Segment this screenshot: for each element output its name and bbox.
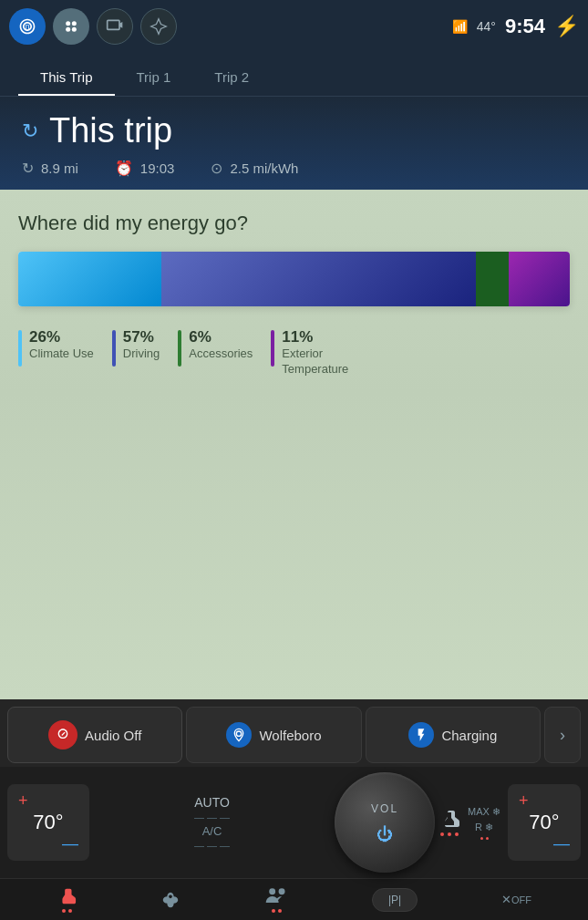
seat-heat-left-icon[interactable] xyxy=(57,887,77,913)
hvac-mode-auto: AUTO xyxy=(194,795,230,810)
time-display: 9:54 xyxy=(505,15,545,38)
svg-point-6 xyxy=(237,731,242,736)
audio-icon xyxy=(48,720,77,749)
bar-climate xyxy=(18,252,161,306)
hvac-dots: — — — xyxy=(194,811,230,822)
seat-heat-dot-1 xyxy=(440,832,444,836)
audio-off-label: Audio Off xyxy=(85,728,141,743)
legend-climate-pct: 26% xyxy=(29,328,94,346)
svg-rect-5 xyxy=(108,20,119,29)
bar-exterior xyxy=(509,252,570,306)
stat-distance: ↻ 8.9 mi xyxy=(22,160,78,177)
volume-knob[interactable]: VOL ⏻ xyxy=(335,772,435,873)
charging-label: Charging xyxy=(441,728,497,743)
legend-accessories: 6% Accessories xyxy=(178,328,253,377)
p-button-label: |P| xyxy=(388,894,401,906)
tab-trip-2[interactable]: Trip 2 xyxy=(192,60,271,96)
trip-tab-bar: This Trip Trip 1 Trip 2 xyxy=(0,53,588,97)
time-value: 19:03 xyxy=(140,160,175,176)
passengers-icon[interactable] xyxy=(264,886,288,913)
hvac-right-plus[interactable]: + xyxy=(519,791,529,811)
energy-section: Where did my energy go? 26% Climate Use … xyxy=(0,190,588,699)
hvac-left-minus[interactable]: — xyxy=(62,834,78,853)
distance-icon: ↻ xyxy=(22,160,34,177)
max-rear-icons: MAX ❄ R ❄ xyxy=(468,806,500,840)
hvac-left-temp: 70° xyxy=(33,811,63,834)
wolfeboro-label: Wolfeboro xyxy=(259,728,321,743)
trip-title: This trip xyxy=(49,111,172,150)
max-defrost-label: MAX ❄ xyxy=(468,806,500,818)
efficiency-value: 2.5 mi/kWh xyxy=(230,160,298,176)
legend-exterior-color xyxy=(271,330,274,367)
energy-legend: 26% Climate Use 57% Driving 6% Accessori… xyxy=(18,328,570,377)
stat-time: ⏰ 19:03 xyxy=(115,160,175,177)
defrost-dot-2 xyxy=(486,837,489,840)
hvac-right-controls: MAX ❄ R ❄ + 70° — xyxy=(438,784,581,861)
hvac-right-temp: 70° xyxy=(529,811,559,834)
control-buttons-row: Audio Off Wolfeboro Charging › xyxy=(0,699,588,767)
hvac-left-plus[interactable]: + xyxy=(18,791,28,811)
legend-driving-color xyxy=(112,330,116,367)
legend-exterior-label: ExteriorTemperature xyxy=(282,346,348,377)
hvac-center-controls: AUTO — — — A/C — — — xyxy=(93,795,331,851)
chevron-right-icon: › xyxy=(560,726,565,745)
seat-heat-icon[interactable] xyxy=(438,809,460,836)
nav-icons: n xyxy=(9,8,177,45)
vol-power-icon: ⏻ xyxy=(377,825,393,844)
distance-value: 8.9 mi xyxy=(41,160,78,176)
svg-point-7 xyxy=(269,888,275,894)
charging-bolt-icon: ⚡ xyxy=(554,15,579,38)
legend-driving-label: Driving xyxy=(123,346,160,362)
compass-nav-icon[interactable] xyxy=(140,8,177,45)
p-button[interactable]: |P| xyxy=(372,888,418,912)
temperature-display: 44° xyxy=(477,19,496,34)
energy-bar xyxy=(18,252,570,306)
fan-icon[interactable] xyxy=(160,890,181,910)
power-off-icon[interactable]: ✕OFF xyxy=(501,893,531,906)
defrost-dot-1 xyxy=(480,837,483,840)
hvac-row: + 70° — AUTO — — — A/C — — — VOL ⏻ xyxy=(0,767,588,878)
legend-driving-pct: 57% xyxy=(123,328,160,346)
hvac-right-minus[interactable]: — xyxy=(553,834,570,853)
status-bar: n 📶 44° 9:54 ⚡ xyxy=(0,0,588,53)
stat-efficiency: ⊙ 2.5 mi/kWh xyxy=(211,160,298,177)
svg-point-8 xyxy=(279,888,285,894)
status-info: 📶 44° 9:54 ⚡ xyxy=(452,15,579,38)
efficiency-icon: ⊙ xyxy=(211,160,222,177)
energy-title: Where did my energy go? xyxy=(18,212,570,235)
more-button[interactable]: › xyxy=(544,707,581,763)
bar-accessories xyxy=(476,252,509,306)
time-icon: ⏰ xyxy=(115,160,133,177)
svg-point-1 xyxy=(66,21,70,26)
audio-off-button[interactable]: Audio Off xyxy=(7,707,182,763)
trip-header: ↻ This trip ↻ 8.9 mi ⏰ 19:03 ⊙ 2.5 mi/kW… xyxy=(0,97,588,190)
legend-climate-color xyxy=(18,330,22,367)
menu-nav-icon[interactable] xyxy=(53,8,89,45)
legend-exterior: 11% ExteriorTemperature xyxy=(271,328,348,377)
tab-this-trip[interactable]: This Trip xyxy=(18,60,115,96)
bottom-icons-row: |P| ✕OFF xyxy=(0,878,588,920)
charging-button[interactable]: Charging xyxy=(366,707,541,763)
legend-exterior-pct: 11% xyxy=(282,328,348,346)
hvac-left-zone: + 70° — xyxy=(7,784,89,861)
legend-driving: 57% Driving xyxy=(112,328,160,377)
tab-trip-1[interactable]: Trip 1 xyxy=(115,60,193,96)
wolfeboro-button[interactable]: Wolfeboro xyxy=(186,707,361,763)
legend-climate: 26% Climate Use xyxy=(18,328,94,377)
hvac-dots-2: — — — xyxy=(194,840,230,851)
svg-point-3 xyxy=(66,27,70,32)
wolfeboro-icon xyxy=(226,722,252,748)
legend-accessories-label: Accessories xyxy=(189,346,253,362)
svg-point-2 xyxy=(72,21,77,26)
home-nav-icon[interactable]: n xyxy=(9,8,46,45)
media-nav-icon[interactable] xyxy=(97,8,133,45)
trip-refresh-icon: ↻ xyxy=(22,119,38,143)
legend-accessories-color xyxy=(178,330,181,367)
legend-accessories-pct: 6% xyxy=(189,328,253,346)
rear-defrost-label: R ❄ xyxy=(475,822,493,833)
hvac-right-zone: + 70° — xyxy=(508,784,581,861)
power-off-label: ✕OFF xyxy=(501,893,531,906)
seat-heat-dot-2 xyxy=(448,832,451,836)
legend-climate-label: Climate Use xyxy=(29,346,94,362)
bar-driving xyxy=(161,252,476,306)
